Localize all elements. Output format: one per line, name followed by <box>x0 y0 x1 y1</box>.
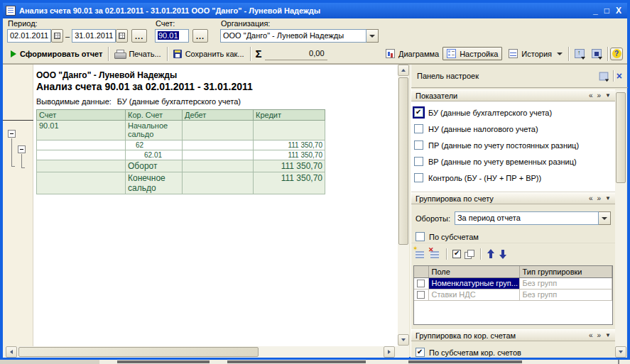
date-from-calendar-button[interactable] <box>51 29 63 43</box>
scroll-thumb[interactable] <box>616 92 626 183</box>
account-select-button[interactable]: ... <box>192 29 208 43</box>
turnovers-dropdown-button[interactable] <box>599 211 611 225</box>
report-row-detail[interactable]: 62.01 111 350,70 <box>37 150 325 160</box>
grouping-row[interactable]: Ставки НДС Без групп <box>414 289 612 300</box>
cell-account[interactable] <box>37 150 126 160</box>
report-horizontal-scrollbar[interactable] <box>3 346 398 358</box>
checkbox-pr[interactable] <box>414 140 423 150</box>
cell-credit[interactable]: 111 350,70 <box>254 150 325 160</box>
maximize-button[interactable]: □ <box>604 6 609 16</box>
cell-debit[interactable] <box>183 160 254 172</box>
help-button[interactable]: ? <box>610 48 623 60</box>
row-checkbox[interactable] <box>417 291 425 299</box>
collapse-left-icon[interactable]: « <box>589 194 593 202</box>
panel-close-button[interactable]: × <box>617 71 622 81</box>
scroll-thumb[interactable] <box>398 77 408 245</box>
cell-debit[interactable] <box>183 140 254 150</box>
uncheck-all-button[interactable] <box>465 250 474 259</box>
grouping-type-cell[interactable]: Без групп <box>519 277 612 289</box>
turnovers-select[interactable]: За период отчета <box>455 211 599 225</box>
organization-dropdown-button[interactable] <box>366 29 379 43</box>
save-as-button[interactable]: Сохранить как... <box>170 48 248 60</box>
date-from-field[interactable]: 02.01.2011 <box>7 29 51 43</box>
checkbox-vr[interactable] <box>414 157 423 166</box>
report-row-detail[interactable]: 62 111 350,70 <box>37 140 325 150</box>
collapse-group-button[interactable] <box>8 130 16 138</box>
scroll-right-button[interactable] <box>384 346 395 358</box>
close-button[interactable]: X <box>616 6 621 16</box>
expand-right-icon[interactable]: » <box>597 331 602 339</box>
cell-corr[interactable]: 62.01 <box>126 150 183 160</box>
minimize-button[interactable]: _ <box>593 6 598 16</box>
panel-vertical-scrollbar[interactable] <box>615 89 626 358</box>
checkbox-corr-subaccounts[interactable] <box>416 348 425 357</box>
section-menu-icon[interactable]: ▼ <box>605 195 611 202</box>
cell-corr[interactable]: Оборот <box>126 160 183 172</box>
column-header[interactable]: Кредит <box>254 110 325 121</box>
section-menu-icon[interactable]: ▼ <box>605 332 611 338</box>
cell-credit[interactable] <box>254 121 325 140</box>
titlebar[interactable]: Анализ счета 90.01 за 02.01.2011 - 31.01… <box>3 3 627 18</box>
checkbox-control[interactable] <box>414 173 423 182</box>
report-row-turnover[interactable]: Оборот 111 350,70 <box>37 160 325 172</box>
expand-right-icon[interactable]: » <box>597 194 602 202</box>
scroll-left-button[interactable] <box>6 346 17 358</box>
checkbox-bu[interactable] <box>414 108 423 117</box>
cell-credit[interactable]: 111 350,70 <box>254 140 325 150</box>
organization-field[interactable]: ООО "Данго" - Луневой Надежды <box>220 29 366 43</box>
column-header[interactable]: Поле <box>428 266 519 277</box>
collapse-subgroup-button[interactable] <box>18 145 26 153</box>
add-field-button[interactable] <box>414 249 425 259</box>
restore-settings-button[interactable] <box>571 48 588 60</box>
report-row-ending-balance[interactable]: Конечное сальдо 111 350,70 <box>37 172 325 194</box>
panel-settings-button[interactable] <box>597 70 610 82</box>
generate-report-button[interactable]: Сформировать отчет <box>7 48 106 60</box>
scroll-thumb[interactable] <box>18 347 259 357</box>
grouping-type-cell[interactable]: Без групп <box>519 289 612 300</box>
section-header-group-by-corr[interactable]: Группировка по кор. счетам « » ▼ <box>411 329 615 341</box>
field-cell[interactable]: Ставки НДС <box>428 289 519 300</box>
remove-field-button[interactable] <box>429 249 440 259</box>
section-header-group-by-account[interactable]: Группировка по счету « » ▼ <box>411 192 615 204</box>
checkbox-by-subaccounts[interactable] <box>416 232 425 241</box>
move-up-button[interactable] <box>487 249 495 259</box>
cell-account[interactable] <box>37 160 126 172</box>
print-button[interactable]: Печать... <box>111 48 164 60</box>
checkbox-nu[interactable] <box>414 124 423 133</box>
collapse-left-icon[interactable]: « <box>589 331 593 339</box>
cell-debit[interactable] <box>183 121 254 140</box>
move-down-button[interactable] <box>499 249 507 259</box>
scroll-up-button[interactable] <box>398 65 409 76</box>
cell-account[interactable] <box>37 140 126 150</box>
check-all-button[interactable] <box>452 250 461 258</box>
field-cell[interactable]: Номенклатурные груп... <box>428 277 519 289</box>
sum-icon[interactable]: Σ <box>253 48 265 60</box>
cell-corr[interactable]: Конечное сальдо <box>126 172 183 194</box>
column-header[interactable]: Дебет <box>183 110 254 121</box>
scroll-down-button[interactable] <box>398 334 409 346</box>
cell-credit[interactable]: 111 350,70 <box>254 160 325 172</box>
cell-debit[interactable] <box>183 150 254 160</box>
cell-debit[interactable] <box>183 172 254 194</box>
scroll-down-button[interactable] <box>615 346 626 358</box>
account-field[interactable]: 90.01 <box>155 29 189 43</box>
row-checkbox[interactable] <box>417 280 425 287</box>
section-header-indicators[interactable]: Показатели « » ▼ <box>411 89 615 101</box>
history-button[interactable]: История <box>505 48 566 60</box>
diagram-button[interactable]: Диаграмма <box>382 48 442 60</box>
report-row-account[interactable]: 90.01 Начальное сальдо <box>37 121 325 140</box>
collapse-left-icon[interactable]: « <box>589 92 593 99</box>
column-header[interactable]: Тип группировки <box>519 266 612 277</box>
grouping-row[interactable]: Номенклатурные груп... Без групп <box>414 277 612 289</box>
section-menu-icon[interactable]: ▼ <box>605 92 611 99</box>
date-to-calendar-button[interactable] <box>116 29 128 43</box>
period-options-button[interactable]: ... <box>131 29 147 43</box>
cell-account[interactable]: 90.01 <box>37 121 126 140</box>
settings-toggle-button[interactable]: Настройка <box>442 47 502 60</box>
column-header[interactable]: Счет <box>37 110 126 121</box>
expand-right-icon[interactable]: » <box>597 92 602 99</box>
cell-corr[interactable]: 62 <box>126 140 183 150</box>
report-vertical-scrollbar[interactable] <box>398 65 409 358</box>
cell-credit[interactable]: 111 350,70 <box>254 172 325 194</box>
save-settings-button[interactable] <box>588 48 605 60</box>
